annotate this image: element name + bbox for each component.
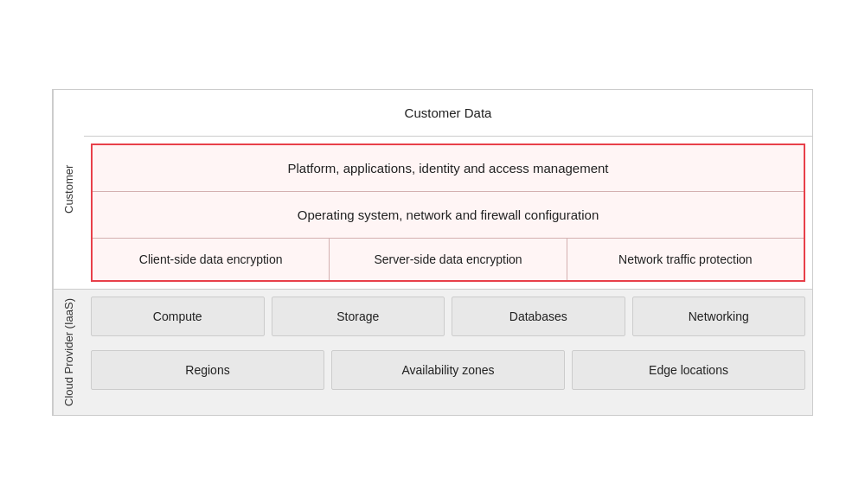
availability-zones-text: Availability zones bbox=[401, 363, 494, 377]
edge-locations-cell: Edge locations bbox=[572, 350, 805, 390]
storage-cell: Storage bbox=[272, 297, 445, 336]
cloud-section: Cloud Provider (IaaS) Compute Storage Da… bbox=[53, 289, 812, 415]
regions-cell: Regions bbox=[91, 350, 324, 390]
customer-right: Customer Data Platform, applications, id… bbox=[84, 90, 812, 289]
os-network-cell: Operating system, network and firewall c… bbox=[93, 192, 804, 239]
client-side-text: Client-side data encryption bbox=[139, 252, 283, 266]
os-network-text: Operating system, network and firewall c… bbox=[298, 207, 599, 222]
cloud-row1: Compute Storage Databases Networking bbox=[84, 290, 812, 343]
diagram-container: Customer Customer Data Platform, applica… bbox=[35, 72, 830, 433]
server-side-cell: Server-side data encryption bbox=[330, 239, 567, 280]
network-traffic-text: Network traffic protection bbox=[618, 252, 753, 266]
availability-zones-cell: Availability zones bbox=[331, 350, 565, 390]
customer-label: Customer bbox=[53, 90, 84, 289]
network-traffic-cell: Network traffic protection bbox=[567, 239, 804, 280]
customer-data-cell: Customer Data bbox=[84, 90, 812, 137]
compute-cell: Compute bbox=[91, 297, 265, 336]
networking-cell: Networking bbox=[632, 297, 806, 336]
edge-locations-text: Edge locations bbox=[649, 363, 728, 377]
cloud-right: Compute Storage Databases Networking bbox=[84, 290, 812, 415]
platform-cell: Platform, applications, identity and acc… bbox=[93, 145, 804, 192]
regions-text: Regions bbox=[185, 363, 229, 377]
cloud-row2: Regions Availability zones Edge location… bbox=[84, 343, 812, 397]
compute-text: Compute bbox=[153, 309, 202, 323]
outer-grid: Customer Customer Data Platform, applica… bbox=[52, 89, 813, 416]
platform-text: Platform, applications, identity and acc… bbox=[287, 161, 608, 175]
red-section: Platform, applications, identity and acc… bbox=[91, 144, 805, 282]
storage-text: Storage bbox=[336, 309, 379, 323]
server-side-text: Server-side data encryption bbox=[374, 252, 522, 266]
customer-section: Customer Customer Data Platform, applica… bbox=[53, 90, 812, 289]
client-side-cell: Client-side data encryption bbox=[93, 239, 330, 280]
encryption-row: Client-side data encryption Server-side … bbox=[93, 239, 804, 280]
networking-text: Networking bbox=[689, 309, 749, 323]
databases-text: Databases bbox=[509, 309, 567, 323]
databases-cell: Databases bbox=[452, 297, 625, 336]
customer-data-text: Customer Data bbox=[405, 105, 492, 120]
cloud-label: Cloud Provider (IaaS) bbox=[53, 290, 84, 415]
